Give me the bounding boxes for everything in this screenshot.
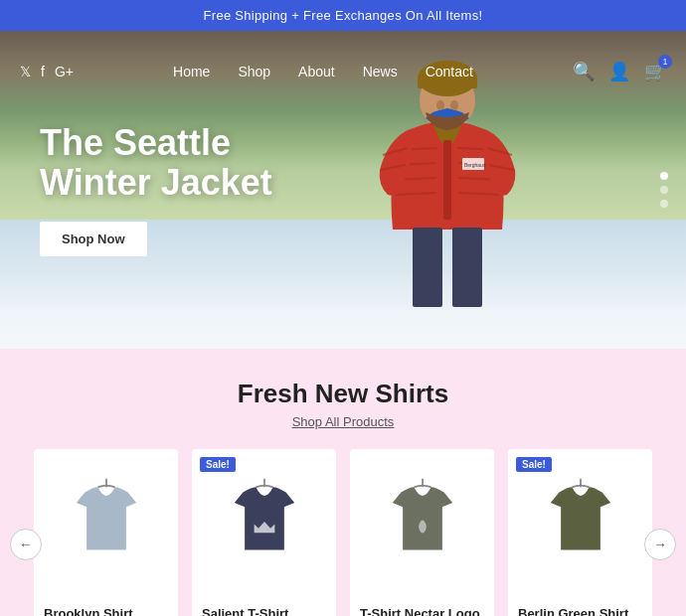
account-icon[interactable]: 👤 <box>608 61 630 82</box>
svg-rect-16 <box>413 228 442 307</box>
product-card-brooklyn[interactable]: Brooklyn Shirt $35.00 <box>34 449 178 616</box>
product-info-berlin: Berlin Green Shirt $35.00 $30.00 <box>508 598 652 616</box>
social-links: 𝕏 f G+ <box>20 64 74 79</box>
nav-shop[interactable]: Shop <box>238 64 270 79</box>
hero-cta-button[interactable]: Shop Now <box>40 222 147 256</box>
sale-badge-berlin: Sale! <box>516 457 552 472</box>
slider-dot-1[interactable] <box>660 172 668 180</box>
hero-section: Berghaus 𝕏 f G+ Home Shop About News Con… <box>0 31 686 349</box>
cart-icon-wrapper[interactable]: 🛒 1 <box>644 61 666 82</box>
svg-point-18 <box>436 100 444 110</box>
svg-rect-17 <box>452 228 482 307</box>
products-section-title: Fresh New Shirts <box>0 379 686 409</box>
product-card-nectar[interactable]: T-Shirt Nectar Logo $18.00 <box>350 449 494 616</box>
nav-about[interactable]: About <box>298 64 335 79</box>
search-icon[interactable]: 🔍 <box>573 61 595 82</box>
product-name-brooklyn: Brooklyn Shirt <box>44 606 168 616</box>
twitter-icon[interactable]: 𝕏 <box>20 64 31 79</box>
product-name-nectar: T-Shirt Nectar Logo <box>360 606 484 616</box>
svg-rect-3 <box>443 140 451 220</box>
banner-text: Free Shipping + Free Exchanges On All It… <box>204 8 483 23</box>
svg-point-19 <box>450 100 458 110</box>
top-banner: Free Shipping + Free Exchanges On All It… <box>0 0 686 31</box>
product-image-nectar <box>350 449 494 598</box>
product-image-berlin: Sale! <box>508 449 652 598</box>
product-image-brooklyn <box>34 449 178 598</box>
hero-title-line1: The Seattle <box>40 122 231 163</box>
product-name-berlin: Berlin Green Shirt <box>518 606 642 616</box>
main-nav: Home Shop About News Contact <box>173 64 473 79</box>
shop-all-link[interactable]: Shop All Products <box>0 414 686 429</box>
product-name-salient: Salient T-Shirt <box>202 606 326 616</box>
slider-dot-2[interactable] <box>660 186 668 194</box>
header: 𝕏 f G+ Home Shop About News Contact 🔍 👤 … <box>0 61 686 82</box>
products-header: Fresh New Shirts Shop All Products <box>0 379 686 429</box>
products-section: ← → Fresh New Shirts Shop All Products <box>0 349 686 616</box>
nav-news[interactable]: News <box>363 64 398 79</box>
svg-text:Berghaus: Berghaus <box>464 162 486 168</box>
product-card-berlin[interactable]: Sale! Berlin Green Shirt $35.00 $30.00 <box>508 449 652 616</box>
hero-person-image: Berghaus <box>338 41 557 349</box>
next-arrow-button[interactable]: → <box>644 529 676 560</box>
product-info-nectar: T-Shirt Nectar Logo $18.00 <box>350 598 494 616</box>
google-plus-icon[interactable]: G+ <box>55 64 74 79</box>
hero-title: The Seattle Winter Jacket <box>40 123 272 202</box>
products-grid: Brooklyn Shirt $35.00 Sale! <box>0 449 686 616</box>
hero-title-line2: Winter Jacket <box>40 162 272 203</box>
product-info-salient: Salient T-Shirt $35.00 $19.00 <box>192 598 336 616</box>
slider-dot-3[interactable] <box>660 200 668 208</box>
nav-contact[interactable]: Contact <box>426 64 473 79</box>
product-info-brooklyn: Brooklyn Shirt $35.00 <box>34 598 178 616</box>
header-icons: 🔍 👤 🛒 1 <box>573 61 666 82</box>
hero-content: The Seattle Winter Jacket Shop Now <box>40 123 272 256</box>
cart-count: 1 <box>658 55 672 69</box>
product-image-salient: Sale! <box>192 449 336 598</box>
facebook-icon[interactable]: f <box>41 64 45 79</box>
product-card-salient[interactable]: Sale! Salient T-Shirt $35.00 $19.00 <box>192 449 336 616</box>
slider-dots <box>660 172 668 208</box>
nav-home[interactable]: Home <box>173 64 210 79</box>
sale-badge-salient: Sale! <box>200 457 236 472</box>
prev-arrow-button[interactable]: ← <box>10 529 42 560</box>
